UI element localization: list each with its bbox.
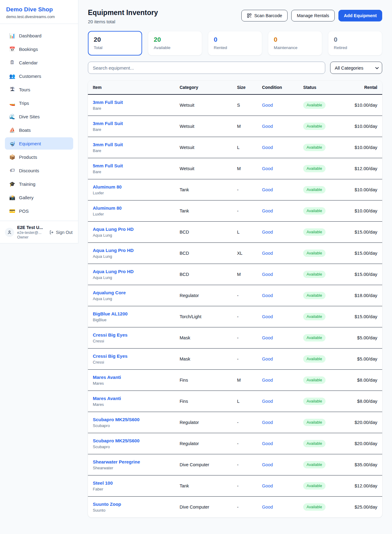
item-link[interactable]: Aqua Lung Pro HD: [93, 248, 170, 253]
item-category: Wetsuit: [175, 94, 232, 116]
sign-out-button[interactable]: Sign Out: [49, 230, 73, 235]
condition-link[interactable]: Good: [262, 399, 273, 404]
condition-link[interactable]: Good: [262, 357, 273, 361]
sidebar-item-dive-sites[interactable]: 🌊 Dive Sites: [5, 110, 73, 123]
table-row: Aqua Lung Pro HD Aqua Lung BCD M Good Av…: [88, 264, 382, 285]
item-category: Mask: [175, 348, 232, 369]
add-equipment-label: Add Equipment: [344, 13, 377, 18]
condition-link[interactable]: Good: [262, 272, 273, 277]
item-link[interactable]: 3mm Full Suit: [93, 100, 170, 105]
item-link[interactable]: 5mm Full Suit: [93, 163, 170, 168]
condition-link[interactable]: Good: [262, 420, 273, 425]
category-select[interactable]: All Categories: [330, 62, 382, 74]
sidebar-item-bookings[interactable]: 📅 Bookings: [5, 43, 73, 55]
sidebar-item-training[interactable]: 🎓 Training: [5, 178, 73, 190]
item-size: -: [232, 496, 257, 517]
condition-link[interactable]: Good: [262, 251, 273, 256]
search-input[interactable]: [88, 62, 325, 74]
item-link[interactable]: Scubapro MK25/S600: [93, 417, 170, 422]
qr-code-icon: [247, 13, 252, 18]
item-link[interactable]: Aqua Lung Pro HD: [93, 227, 170, 232]
sidebar-item-label: Products: [19, 154, 37, 160]
item-brand: Suunto: [93, 508, 170, 513]
sidebar-item-pos[interactable]: 💳 POS: [5, 205, 73, 217]
item-link[interactable]: Aluminum 80: [93, 184, 170, 189]
stat-card-total[interactable]: 20 Total: [88, 31, 142, 55]
item-link[interactable]: Aqualung Core: [93, 290, 170, 295]
item-link[interactable]: Cressi Big Eyes: [93, 332, 170, 338]
stat-card-retired[interactable]: 0 Retired: [328, 31, 382, 55]
stats-row: 20 Total 20 Available 0 Rented 0 Mainten…: [88, 31, 382, 55]
sidebar-item-boats[interactable]: ⛵ Boats: [5, 124, 73, 136]
sidebar-item-label: Equipment: [19, 141, 41, 146]
rental-price: $20.00/day: [341, 412, 382, 433]
condition-link[interactable]: Good: [262, 187, 273, 192]
condition-link[interactable]: Good: [262, 124, 273, 129]
item-size: L: [232, 137, 257, 158]
rental-price: $25.00/day: [341, 496, 382, 517]
item-link[interactable]: Aluminum 80: [93, 205, 170, 211]
stat-card-maintenance[interactable]: 0 Maintenance: [268, 31, 322, 55]
sidebar-item-products[interactable]: 📦 Products: [5, 151, 73, 163]
sidebar-item-equipment[interactable]: 🤿 Equipment: [5, 137, 73, 150]
sidebar-item-calendar[interactable]: 🗓 Calendar: [5, 56, 73, 69]
status-badge: Available: [303, 355, 326, 363]
condition-link[interactable]: Good: [262, 293, 273, 298]
item-link[interactable]: 3mm Full Suit: [93, 142, 170, 147]
table-row: 5mm Full Suit Bare Wetsuit M Good Availa…: [88, 158, 382, 179]
item-brand: Mares: [93, 381, 170, 386]
condition-link[interactable]: Good: [262, 230, 273, 235]
status-badge: Available: [303, 271, 326, 278]
status-badge: Available: [303, 144, 326, 151]
sidebar-item-trips[interactable]: 🚤 Trips: [5, 97, 73, 109]
sidebar-item-tours[interactable]: 🏝 Tours: [5, 83, 73, 96]
condition-link[interactable]: Good: [262, 145, 273, 150]
table-row: Aqua Lung Pro HD Aqua Lung BCD L Good Av…: [88, 221, 382, 242]
stat-value: 0: [274, 36, 316, 43]
sidebar-item-label: Boats: [19, 128, 31, 133]
condition-link[interactable]: Good: [262, 208, 273, 213]
item-link[interactable]: BigBlue AL1200: [93, 311, 170, 316]
condition-link[interactable]: Good: [262, 441, 273, 446]
item-category: Tank: [175, 475, 232, 496]
item-link[interactable]: Shearwater Peregrine: [93, 459, 170, 464]
stat-card-available[interactable]: 20 Available: [148, 31, 202, 55]
condition-link[interactable]: Good: [262, 462, 273, 467]
condition-link[interactable]: Good: [262, 483, 273, 488]
item-category: Wetsuit: [175, 158, 232, 179]
item-link[interactable]: Mares Avanti: [93, 375, 170, 380]
add-equipment-button[interactable]: Add Equipment: [338, 10, 382, 21]
sidebar-item-discounts[interactable]: 🏷 Discounts: [5, 164, 73, 177]
item-brand: Scubapro: [93, 423, 170, 428]
sidebar-item-customers[interactable]: 👥 Customers: [5, 70, 73, 82]
scan-barcode-button[interactable]: Scan Barcode: [241, 10, 288, 21]
stat-card-rented[interactable]: 0 Rented: [208, 31, 262, 55]
item-link[interactable]: Cressi Big Eyes: [93, 353, 170, 359]
sidebar-item-dashboard[interactable]: 📊 Dashboard: [5, 29, 73, 42]
item-link[interactable]: Mares Avanti: [93, 396, 170, 401]
status-badge: Available: [303, 186, 326, 193]
equipment-table-card: Item Category Size Condition Status Rent…: [88, 81, 382, 517]
table-row: Aqualung Core Aqua Lung Regulator - Good…: [88, 285, 382, 306]
condition-link[interactable]: Good: [262, 314, 273, 319]
item-link[interactable]: Scubapro MK25/S600: [93, 438, 170, 443]
condition-link[interactable]: Good: [262, 103, 273, 108]
item-size: -: [232, 433, 257, 454]
item-size: M: [232, 158, 257, 179]
condition-link[interactable]: Good: [262, 335, 273, 340]
brand-name[interactable]: Demo Dive Shop: [6, 6, 72, 13]
sidebar-item-gallery[interactable]: 📸 Gallery: [5, 191, 73, 204]
item-link[interactable]: Steel 100: [93, 480, 170, 486]
item-size: S: [232, 94, 257, 116]
condition-link[interactable]: Good: [262, 505, 273, 509]
condition-link[interactable]: Good: [262, 166, 273, 171]
manage-rentals-button[interactable]: Manage Rentals: [291, 10, 335, 21]
item-link[interactable]: 3mm Full Suit: [93, 121, 170, 126]
status-badge: Available: [303, 123, 326, 130]
item-link[interactable]: Aqua Lung Pro HD: [93, 269, 170, 274]
item-brand: Cressi: [93, 339, 170, 343]
item-brand: Bare: [93, 127, 170, 132]
item-link[interactable]: Suunto Zoop: [93, 502, 170, 507]
sidebar-item-label: Trips: [19, 101, 29, 106]
condition-link[interactable]: Good: [262, 378, 273, 383]
